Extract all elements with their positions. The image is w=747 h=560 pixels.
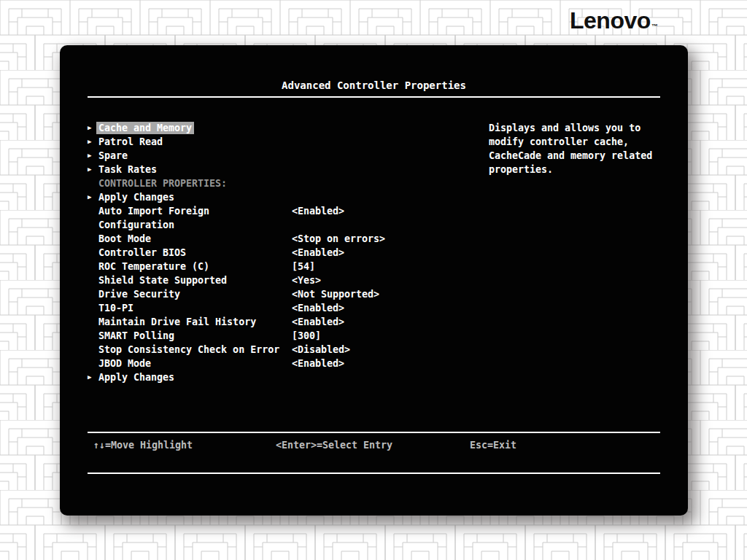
menu-item-value: [300] xyxy=(292,329,321,343)
help-text-line: properties. xyxy=(489,163,664,176)
menu-item-label: Task Rates xyxy=(98,164,157,175)
section-label: CONTROLLER PROPERTIES: xyxy=(98,178,227,189)
menu-item-label: Cache and Memory xyxy=(96,122,194,134)
menu-item-label: SMART Polling xyxy=(98,330,174,341)
menu-item-controller-bios[interactable]: Controller BIOS <Enabled> xyxy=(88,246,496,260)
page-title: Advanced Controller Properties xyxy=(88,79,660,93)
menu-item-label: Patrol Read xyxy=(98,136,163,147)
menu-item-apply-changes-top[interactable]: ▶ Apply Changes xyxy=(88,190,496,204)
menu-item-value: <Not Supported> xyxy=(292,287,379,301)
menu-item-label: Apply Changes xyxy=(98,192,174,203)
footer-hint-exit: Esc=Exit xyxy=(470,438,516,452)
menu-item-maintain-drive-fail-history[interactable]: Maintain Drive Fail History <Enabled> xyxy=(88,315,496,329)
menu-item-value: <Enabled> xyxy=(292,204,344,218)
trademark-symbol: ™ xyxy=(651,23,658,30)
help-text-line: Displays and allows you to xyxy=(489,121,664,135)
submenu-arrow-icon: ▶ xyxy=(88,370,98,384)
menu-item-cache-and-memory[interactable]: ▶ Cache and Memory xyxy=(88,121,496,135)
menu-item-label: Drive Security xyxy=(98,289,180,300)
menu-item-auto-import-foreign[interactable]: Auto Import Foreign <Enabled> xyxy=(88,204,496,218)
menu-item-auto-import-foreign-cont: Configuration xyxy=(88,218,496,232)
menu-item-label: Controller BIOS xyxy=(98,247,186,258)
submenu-arrow-icon: ▶ xyxy=(88,190,98,204)
lenovo-logo-text: Lenovo xyxy=(570,7,651,34)
menu-item-shield-state-supported: Shield State Supported <Yes> xyxy=(88,273,496,287)
menu-item-label: Shield State Supported xyxy=(98,275,227,286)
lenovo-logo: Lenovo™ xyxy=(570,7,679,36)
submenu-arrow-icon: ▶ xyxy=(88,163,98,176)
settings-menu: ▶ Cache and Memory ▶ Patrol Read ▶ Spare… xyxy=(88,121,496,384)
footer-separator-line-bottom xyxy=(88,472,660,474)
menu-item-drive-security: Drive Security <Not Supported> xyxy=(88,287,496,301)
menu-item-value: <Enabled> xyxy=(292,357,344,370)
menu-item-label: T10-PI xyxy=(98,303,133,314)
menu-item-value: <Enabled> xyxy=(292,301,344,315)
menu-item-value: <Disabled> xyxy=(292,343,350,357)
menu-item-value: [54] xyxy=(292,260,315,273)
menu-item-smart-polling[interactable]: SMART Polling [300] xyxy=(88,329,496,343)
menu-item-apply-changes-bottom[interactable]: ▶ Apply Changes xyxy=(88,370,496,384)
submenu-arrow-icon: ▶ xyxy=(88,135,98,149)
menu-item-label: Configuration xyxy=(98,219,174,230)
menu-item-stop-consistency-check[interactable]: Stop Consistency Check on Error <Disable… xyxy=(88,343,496,357)
menu-item-roc-temperature: ROC Temperature (C) [54] xyxy=(88,260,496,273)
menu-item-label: Maintain Drive Fail History xyxy=(98,316,256,327)
menu-item-task-rates[interactable]: ▶ Task Rates xyxy=(88,163,496,176)
desktop-background: Lenovo™ Advanced Controller Properties ▶… xyxy=(0,0,747,560)
help-text-line: CacheCade and memory related xyxy=(489,149,664,163)
menu-item-t10-pi[interactable]: T10-PI <Enabled> xyxy=(88,301,496,315)
title-separator-line xyxy=(88,96,660,98)
menu-item-value: <Enabled> xyxy=(292,246,344,260)
menu-item-label: Auto Import Foreign xyxy=(98,206,209,217)
section-controller-properties: CONTROLLER PROPERTIES: xyxy=(88,176,496,190)
menu-item-label: Boot Mode xyxy=(98,233,151,244)
footer-separator-line-top xyxy=(88,432,660,433)
menu-item-boot-mode[interactable]: Boot Mode <Stop on errors> xyxy=(88,232,496,246)
menu-item-label: Spare xyxy=(98,150,128,161)
submenu-arrow-icon: ▶ xyxy=(88,121,98,135)
submenu-arrow-icon: ▶ xyxy=(88,149,98,163)
menu-item-value: <Yes> xyxy=(292,273,321,287)
menu-item-label: JBOD Mode xyxy=(98,358,151,369)
menu-item-patrol-read[interactable]: ▶ Patrol Read xyxy=(88,135,496,149)
menu-item-label: Stop Consistency Check on Error xyxy=(98,344,279,355)
menu-item-value: <Enabled> xyxy=(292,315,344,329)
bios-setup-window: Advanced Controller Properties ▶ Cache a… xyxy=(60,45,688,516)
footer-hint-select-entry: <Enter>=Select Entry xyxy=(276,438,392,452)
menu-item-label: Apply Changes xyxy=(98,372,174,383)
footer-hint-move-highlight: ↑↓=Move Highlight xyxy=(93,438,193,452)
menu-item-label: ROC Temperature (C) xyxy=(98,261,209,272)
menu-item-value: <Stop on errors> xyxy=(292,232,385,246)
help-panel: Displays and allows you to modify contro… xyxy=(489,121,664,176)
help-text-line: modify controller cache, xyxy=(489,135,664,149)
menu-item-spare[interactable]: ▶ Spare xyxy=(88,149,496,163)
menu-item-jbod-mode[interactable]: JBOD Mode <Enabled> xyxy=(88,357,496,370)
